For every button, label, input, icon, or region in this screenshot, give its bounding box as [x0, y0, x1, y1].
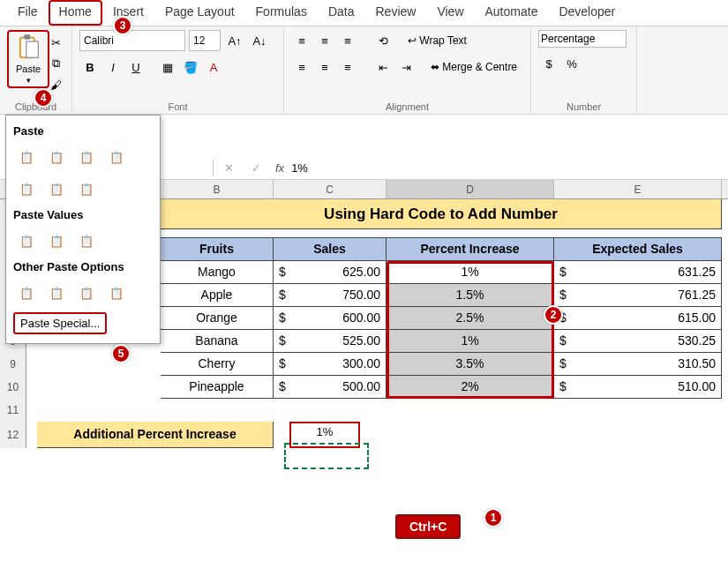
tab-developer[interactable]: Developer [548, 0, 626, 26]
bold-button[interactable]: B [79, 56, 101, 78]
cell-fruit[interactable]: Pineapple [161, 376, 274, 399]
cell-expected[interactable]: $761.25 [554, 284, 722, 307]
name-box[interactable] [161, 160, 214, 176]
cell-percent[interactable]: 2.5% [387, 307, 554, 330]
borders-icon[interactable]: ▦ [157, 56, 178, 78]
paste-button[interactable]: Paste▾ [7, 30, 49, 88]
font-name-select[interactable] [79, 30, 185, 51]
paste-picture-icon[interactable]: 📋 [73, 280, 100, 305]
col-b[interactable]: B [161, 180, 274, 198]
currency-icon[interactable]: $ [538, 53, 559, 74]
cell-fruit[interactable]: Cherry [161, 353, 274, 376]
font-size-select[interactable] [189, 30, 221, 51]
italic-button[interactable]: I [102, 56, 124, 78]
tab-formulas[interactable]: Formulas [245, 0, 318, 26]
align-bottom-icon[interactable]: ≡ [337, 30, 358, 51]
paste-formulas-icon[interactable]: 📋 [43, 145, 70, 169]
decrease-font-icon[interactable]: A↓ [249, 30, 270, 51]
paste-link-icon[interactable]: 📋 [43, 280, 70, 305]
font-color-icon[interactable]: A [203, 56, 224, 78]
cut-icon[interactable]: ✂ [45, 32, 66, 53]
row-12[interactable]: 12 [0, 422, 26, 448]
tab-automate[interactable]: Automate [475, 0, 549, 26]
cell-expected[interactable]: $510.00 [554, 376, 722, 399]
increase-font-icon[interactable]: A↑ [224, 30, 245, 51]
header-expected: Expected Sales [554, 238, 722, 261]
paste-values-num-icon[interactable]: 📋 [43, 228, 70, 253]
additional-value-cell[interactable]: 1% [289, 422, 360, 448]
increase-indent-icon[interactable]: ⇥ [395, 56, 417, 78]
title-cell: Using Hard Code to Add Number [161, 199, 722, 229]
tab-data[interactable]: Data [318, 0, 365, 26]
cell-sales[interactable]: $525.00 [274, 330, 387, 353]
align-middle-icon[interactable]: ≡ [314, 30, 335, 51]
paste-values-header: Paste Values [11, 205, 154, 225]
paste-values-icon[interactable]: 📋 [13, 228, 40, 253]
marker-3: 3 [113, 16, 132, 35]
fx-icon[interactable]: fx [268, 161, 291, 175]
row-header[interactable]: 9 [0, 353, 26, 376]
number-format-select[interactable] [538, 30, 627, 48]
row-11[interactable]: 11 [0, 399, 26, 422]
fill-color-icon[interactable]: 🪣 [180, 56, 201, 78]
paste-values-src-icon[interactable]: 📋 [73, 228, 100, 253]
align-left-icon[interactable]: ≡ [291, 56, 312, 78]
cell-expected[interactable]: $310.50 [554, 353, 722, 376]
orientation-icon[interactable]: ⟲ [372, 30, 394, 51]
align-center-icon[interactable]: ≡ [314, 56, 335, 78]
col-c[interactable]: C [274, 180, 387, 198]
cell-fruit[interactable]: Banana [161, 330, 274, 353]
cell-sales[interactable]: $300.00 [274, 353, 387, 376]
cell-sales[interactable]: $625.00 [274, 261, 387, 284]
paste-keep-src-icon[interactable]: 📋 [103, 145, 130, 169]
paste-linked-pic-icon[interactable]: 📋 [103, 280, 130, 305]
header-fruits: Fruits [161, 238, 274, 261]
tab-view[interactable]: View [426, 0, 474, 26]
tab-page-layout[interactable]: Page Layout [154, 0, 245, 26]
cell-sales[interactable]: $750.00 [274, 284, 387, 307]
cell-expected[interactable]: $530.25 [554, 330, 722, 353]
enter-icon[interactable]: ✓ [244, 161, 268, 175]
copy-icon[interactable]: ⧉ [45, 53, 66, 74]
paste-normal-icon[interactable]: 📋 [13, 145, 40, 169]
group-label: Number [531, 101, 636, 112]
additional-label: Additional Percent Increase [37, 422, 274, 448]
row-header[interactable]: 10 [0, 376, 26, 399]
paste-fx-fmt-icon[interactable]: 📋 [73, 145, 100, 169]
paste-no-border-icon[interactable]: 📋 [13, 176, 40, 201]
paste-transpose-icon[interactable]: 📋 [73, 176, 100, 201]
merge-center-button[interactable]: ⬌ Merge & Centre [431, 61, 517, 73]
cell-expected[interactable]: $631.25 [554, 261, 722, 284]
underline-button[interactable]: U [125, 56, 146, 78]
group-label: Alignment [284, 101, 530, 112]
cancel-icon[interactable]: ✕ [214, 161, 244, 175]
wrap-text-button[interactable]: ↩ Wrap Text [408, 34, 467, 47]
tab-file[interactable]: File [7, 0, 49, 26]
cell-sales[interactable]: $500.00 [274, 376, 387, 399]
tab-home[interactable]: Home [49, 0, 102, 26]
cell-fruit[interactable]: Orange [161, 307, 274, 330]
cell-percent[interactable]: 1.5% [387, 284, 554, 307]
percent-icon[interactable]: % [561, 53, 582, 74]
paste-keep-width-icon[interactable]: 📋 [43, 176, 70, 201]
paste-menu-header: Paste [11, 121, 154, 141]
cell-expected[interactable]: $615.00 [554, 307, 722, 330]
decrease-indent-icon[interactable]: ⇤ [372, 56, 394, 78]
cell-fruit[interactable]: Apple [161, 284, 274, 307]
cell-fruit[interactable]: Mango [161, 261, 274, 284]
align-top-icon[interactable]: ≡ [291, 30, 312, 51]
paste-special-menu-item[interactable]: Paste Special... [13, 312, 107, 334]
marker-4: 4 [34, 88, 53, 108]
tab-review[interactable]: Review [365, 0, 427, 26]
cell-percent[interactable]: 1% [387, 330, 554, 353]
col-e[interactable]: E [554, 180, 722, 198]
paste-formatting-icon[interactable]: 📋 [13, 280, 40, 305]
align-right-icon[interactable]: ≡ [337, 56, 358, 78]
cell-percent[interactable]: 1% [387, 261, 554, 284]
ribbon-tabs: File Home Insert Page Layout Formulas Da… [0, 0, 728, 26]
cell-sales[interactable]: $600.00 [274, 307, 387, 330]
cell-percent[interactable]: 3.5% [387, 353, 554, 376]
formula-value[interactable]: 1% [291, 161, 308, 175]
cell-percent[interactable]: 2% [387, 376, 554, 399]
col-d[interactable]: D [387, 180, 554, 198]
